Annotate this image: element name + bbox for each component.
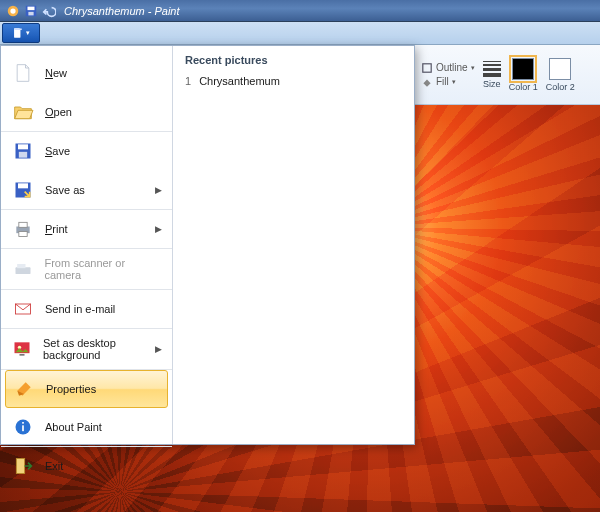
- file-icon: [12, 27, 24, 39]
- chevron-down-icon: ▾: [452, 78, 456, 86]
- window-titlebar: Chrysanthemum - Paint: [0, 0, 600, 22]
- chevron-down-icon: ▾: [26, 29, 30, 37]
- save-as-icon: [11, 179, 35, 201]
- menu-label: Save as: [45, 184, 85, 196]
- outline-icon: [421, 62, 433, 74]
- svg-rect-23: [22, 425, 24, 431]
- menu-new[interactable]: New: [1, 54, 172, 93]
- menu-wallpaper[interactable]: Set as desktop background ▶: [1, 329, 172, 370]
- svg-rect-16: [15, 267, 30, 274]
- svg-rect-20: [20, 354, 25, 356]
- menu-about[interactable]: About Paint: [1, 408, 172, 447]
- info-icon: [11, 416, 35, 438]
- submenu-arrow-icon: ▶: [155, 344, 162, 354]
- menu-properties[interactable]: Properties: [5, 370, 168, 408]
- properties-icon: [12, 378, 36, 400]
- menu-scanner: From scanner or camera: [1, 249, 172, 290]
- new-file-icon: [11, 62, 35, 84]
- wallpaper-icon: [11, 338, 33, 360]
- size-dropdown[interactable]: Size: [483, 61, 501, 89]
- save-icon: [11, 140, 35, 162]
- size-label: Size: [483, 79, 501, 89]
- color2-label: Color 2: [546, 82, 575, 92]
- email-icon: [11, 298, 35, 320]
- color1-button[interactable]: Color 1: [509, 58, 538, 92]
- undo-qat-icon[interactable]: [42, 4, 56, 18]
- svg-rect-25: [16, 459, 24, 474]
- svg-rect-6: [14, 29, 22, 31]
- menu-save-as[interactable]: Save as ▶: [1, 171, 172, 210]
- file-menu-button[interactable]: ▾: [2, 23, 40, 43]
- ribbon-home-fragment: Outline ▾ Fill ▾ Size Color 1 Color 2: [415, 45, 600, 105]
- menu-print[interactable]: Print ▶: [1, 210, 172, 249]
- color1-label: Color 1: [509, 82, 538, 92]
- recent-pictures-panel: Recent pictures 1 Chrysanthemum: [173, 46, 414, 444]
- chevron-down-icon: ▾: [471, 64, 475, 72]
- app-icon: [6, 4, 20, 18]
- svg-rect-24: [22, 422, 24, 424]
- color1-swatch: [512, 58, 534, 80]
- svg-rect-14: [19, 222, 27, 227]
- menu-label: Open: [45, 106, 72, 118]
- print-icon: [11, 218, 35, 240]
- menu-label: About Paint: [45, 421, 102, 433]
- file-menu-list: New Open Save Save as ▶ Print: [1, 46, 173, 444]
- svg-rect-3: [28, 6, 35, 10]
- menu-label: Exit: [45, 460, 63, 472]
- save-qat-icon[interactable]: [24, 4, 38, 18]
- outline-label: Outline: [436, 62, 468, 73]
- menu-label: Save: [45, 145, 70, 157]
- outline-dropdown[interactable]: Outline ▾: [421, 62, 475, 74]
- submenu-arrow-icon: ▶: [155, 224, 162, 234]
- menu-open[interactable]: Open: [1, 93, 172, 132]
- menu-label: Properties: [46, 383, 96, 395]
- window-title: Chrysanthemum - Paint: [64, 5, 180, 17]
- menu-label: Print: [45, 223, 68, 235]
- svg-rect-10: [19, 152, 27, 158]
- menu-label: Send in e-mail: [45, 303, 115, 315]
- recent-header: Recent pictures: [185, 54, 402, 66]
- svg-rect-12: [18, 183, 28, 188]
- menu-exit[interactable]: Exit: [1, 447, 172, 486]
- svg-rect-7: [423, 63, 431, 71]
- recent-index: 1: [185, 75, 191, 87]
- open-folder-icon: [11, 101, 35, 123]
- recent-name: Chrysanthemum: [199, 75, 280, 87]
- svg-rect-15: [19, 232, 27, 237]
- svg-rect-4: [28, 11, 33, 15]
- file-menu-panel: New Open Save Save as ▶ Print: [0, 45, 415, 445]
- svg-rect-17: [17, 264, 25, 268]
- fill-label: Fill: [436, 76, 449, 87]
- recent-item[interactable]: 1 Chrysanthemum: [185, 72, 402, 90]
- svg-rect-9: [18, 144, 28, 149]
- svg-point-1: [10, 8, 15, 13]
- quick-access-toolbar: ▾: [0, 22, 600, 45]
- scanner-icon: [11, 258, 34, 280]
- fill-dropdown[interactable]: Fill ▾: [421, 76, 475, 88]
- menu-save[interactable]: Save: [1, 132, 172, 171]
- color2-swatch: [549, 58, 571, 80]
- exit-icon: [11, 455, 35, 477]
- fill-icon: [421, 76, 433, 88]
- size-icon: [483, 61, 501, 77]
- color2-button[interactable]: Color 2: [546, 58, 575, 92]
- menu-label: New: [45, 67, 67, 79]
- menu-label: Set as desktop background: [43, 337, 145, 361]
- menu-email[interactable]: Send in e-mail: [1, 290, 172, 329]
- submenu-arrow-icon: ▶: [155, 185, 162, 195]
- menu-label: From scanner or camera: [44, 257, 162, 281]
